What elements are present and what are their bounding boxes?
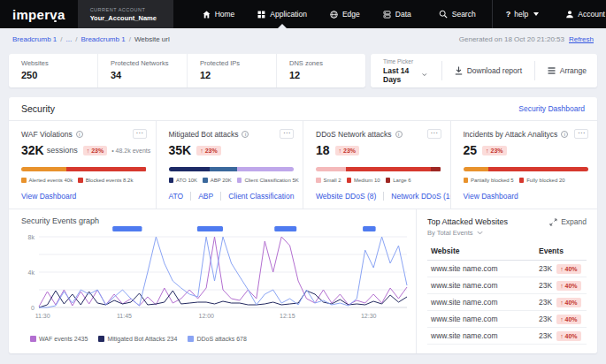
asset-counters-card: Websites 250 Protected Networks 34 Prote… [9,54,365,87]
chart-legend-item: Mitigated Bot Attacks 234 [98,336,177,342]
top-attacked-websites-panel: Top Attacked Websites By Total Events Ex… [416,209,597,353]
help-icon: ? [506,10,511,19]
nav-right-group: Search ? help Account [423,0,606,28]
metric-value: 18 [316,143,330,157]
refresh-link[interactable]: Refresh [569,35,594,43]
top-nav: imperva CURRENT ACCOUNT Your_Account_Nam… [0,0,606,28]
legend-swatch [386,178,391,183]
time-picker[interactable]: Time Picker Last 14 Days [378,58,433,84]
delta-badge: ↑ 40% [556,281,580,291]
events-value: 23K [539,331,552,340]
metric-link[interactable]: Client Classification [220,192,294,201]
svg-text:12:30: 12:30 [361,313,377,319]
chart-legend-item: WAF events 2435 [30,336,88,342]
search-icon [439,10,448,19]
metric-link[interactable]: View Dashboard [21,192,76,201]
toolbar-card: Time Picker Last 14 Days Download report… [371,54,597,87]
metric-title: WAF Violations [21,130,73,139]
svg-text:12:00: 12:00 [199,313,215,319]
legend-swatch [21,178,27,183]
delta-badge: ↑ 23% [335,146,359,155]
expand-button[interactable]: Expand [549,217,587,226]
stacked-bar [316,167,441,171]
nav-item-data[interactable]: Data [372,0,423,28]
primary-nav: Home Application Edge Data [191,0,423,28]
website-cell: www.site name.com [427,261,535,277]
delta-badge: ↑ 40% [556,298,580,307]
account-menu[interactable]: Account [552,0,606,28]
delta-badge: ↑ 23% [196,146,220,155]
svg-text:11:30: 11:30 [35,313,50,319]
events-cell: 23K↑ 40% [535,277,587,294]
events-cell: 23K↑ 40% [535,261,587,277]
events-cell: 23K↑ 40% [535,328,587,345]
stats-strip: Websites 250 Protected Networks 34 Prote… [9,54,597,87]
metric-card-2: DDoS Network attacksi⋯18↑ 23%Small 2Medi… [303,121,450,209]
security-events-graph-panel: Security Events graph 04k8k11:3011:4512:… [9,209,416,353]
table-row[interactable]: www.site name.com23K↑ 40% [427,328,587,345]
table-row[interactable]: www.site name.com23K↑ 40% [427,294,587,311]
events-value: 23K [539,298,552,307]
current-account-switcher[interactable]: CURRENT ACCOUNT Your_Account_Name [78,0,173,28]
events-cell: 23K↑ 40% [535,311,587,328]
metric-title: DDoS Network attacks [316,130,392,139]
security-dashboard-link[interactable]: Security Dashboard [518,104,585,113]
info-icon[interactable]: i [242,131,249,138]
imperva-logo: imperva [0,0,78,28]
metric-link[interactable]: ABP [190,192,213,201]
delta-badge: ↑ 40% [556,315,580,324]
nav-item-edge[interactable]: Edge [318,0,372,28]
help-menu[interactable]: ? help [493,0,553,28]
security-section-card: Security Security Dashboard WAF Violatio… [9,97,597,353]
download-report-button[interactable]: Download report [451,66,525,75]
metric-cards: WAF Violationsi⋯32Ksessions↑ 23%• 48.2k … [9,121,597,209]
nav-item-application[interactable]: Application [246,0,318,28]
info-icon[interactable]: i [395,131,403,138]
breadcrumb-link[interactable]: Breadcrumb 1 [81,35,125,43]
chevron-down-icon [533,12,539,16]
metric-value: 25 [464,143,478,157]
info-icon[interactable]: i [561,131,568,138]
more-menu-button[interactable]: ⋯ [574,129,588,139]
more-menu-button[interactable]: ⋯ [133,129,147,139]
website-cell: www.site name.com [427,311,535,328]
metric-value: 35K [169,143,192,157]
metric-link[interactable]: ATO [169,192,184,201]
metric-link[interactable]: Network DDoS (10) [383,192,449,201]
metric-suffix: sessions [47,146,78,155]
table-row[interactable]: www.site name.com23K↑ 40% [427,311,587,328]
breadcrumb-link[interactable]: Breadcrumb 1 [12,35,57,43]
breadcrumb-current: Website url [134,35,170,43]
edge-icon [330,11,338,19]
events-value: 23K [539,315,552,323]
info-icon[interactable]: i [76,131,83,138]
legend-swatch [464,178,469,183]
bar-legend: ATO 10KABP 20KClient Classification 5K [169,178,295,183]
chart-legend: WAF events 2435Mitigated Bot Attacks 234… [21,336,412,342]
column-header-website: Website [427,244,535,261]
breadcrumb-ellipsis[interactable]: ... [65,35,72,43]
security-header: Security Security Dashboard [9,97,597,121]
svg-text:12:15: 12:15 [280,313,295,319]
more-menu-button[interactable]: ⋯ [427,129,441,139]
graph-title: Security Events graph [21,216,412,225]
home-icon [203,11,211,19]
sort-by-dropdown[interactable]: By Total Events [427,229,508,237]
metric-link[interactable]: Website DDoS (8) [316,192,376,201]
top-attacked-title: Top Attacked Websites [427,217,508,226]
nav-item-home[interactable]: Home [191,0,247,28]
metric-extra: • 48.2k events [111,148,150,154]
metric-link[interactable]: View Dashboard [464,192,518,201]
metric-value: 32K [21,143,44,157]
table-row[interactable]: www.site name.com23K↑ 40% [427,261,587,277]
svg-text:8k: 8k [28,234,35,240]
stat-websites: Websites 250 [9,54,97,87]
website-cell: www.site name.com [427,277,535,294]
stat-protected-networks: Protected Networks 34 [97,54,187,87]
arrange-button[interactable]: Arrange [544,66,590,75]
more-menu-button[interactable]: ⋯ [280,129,294,139]
table-row[interactable]: www.site name.com23K↑ 40% [427,277,587,294]
search-button[interactable]: Search [423,0,492,28]
legend-swatch [169,178,174,183]
logo-dot [54,20,57,23]
